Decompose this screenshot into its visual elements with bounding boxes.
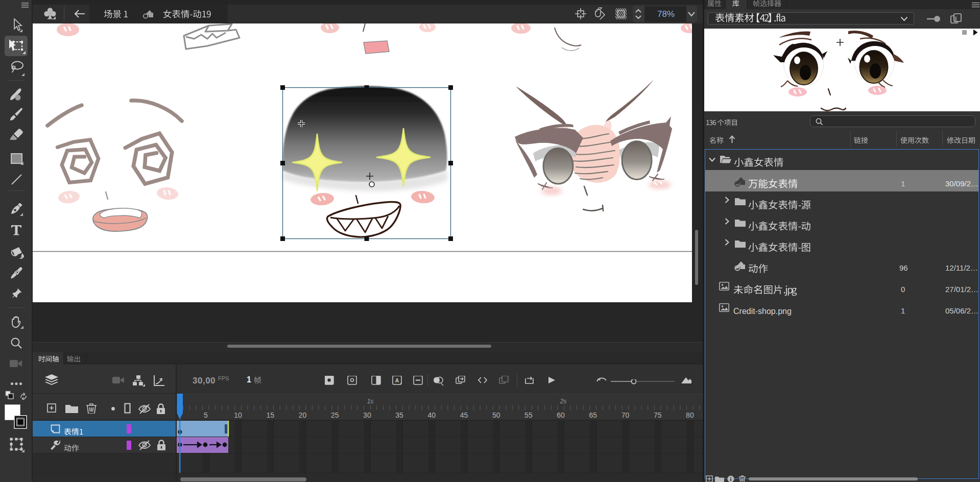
svg-text:2s: 2s — [560, 398, 567, 405]
svg-text:75: 75 — [654, 411, 662, 419]
svg-text:25: 25 — [331, 411, 339, 419]
svg-text:80: 80 — [686, 411, 694, 419]
svg-text:45: 45 — [460, 411, 468, 419]
svg-text:A: A — [395, 377, 399, 383]
svg-text:40: 40 — [428, 411, 436, 419]
svg-text:50: 50 — [492, 411, 500, 419]
svg-text:70: 70 — [622, 411, 630, 419]
svg-text:55: 55 — [524, 411, 533, 419]
svg-text:35: 35 — [395, 411, 403, 419]
svg-text:60: 60 — [557, 411, 565, 419]
svg-text:1s: 1s — [367, 398, 374, 405]
svg-text:30: 30 — [363, 411, 371, 419]
svg-text:65: 65 — [589, 411, 597, 419]
